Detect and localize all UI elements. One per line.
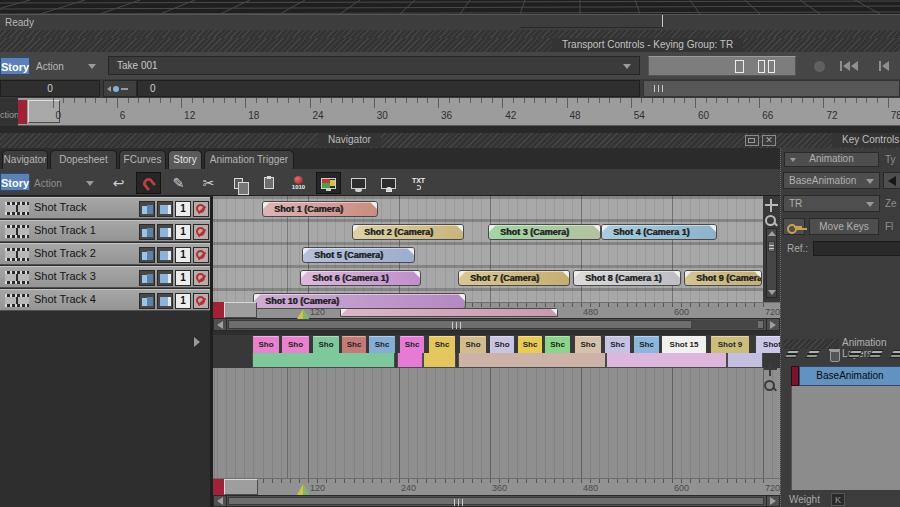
mini-shot-segment[interactable]: Sho	[281, 335, 310, 353]
layers-stack-icon[interactable]	[890, 348, 900, 360]
spinner-arrow-icon[interactable]	[107, 86, 111, 92]
track-row[interactable]: Shot Track 41	[0, 289, 210, 311]
track-ghost-button[interactable]	[193, 224, 209, 240]
story-clip[interactable]: Shot 5 (Camera)	[302, 247, 415, 263]
mini-shot-segment[interactable]: Shc	[633, 335, 660, 353]
clips-vscrollbar[interactable]	[766, 228, 777, 298]
ghost-clip-monitor-icon[interactable]	[376, 172, 401, 194]
show-clip-monitor-icon[interactable]	[346, 172, 371, 194]
base-animation-arrow-icon[interactable]	[866, 179, 874, 184]
tab-navigator[interactable]: Navigator	[2, 150, 48, 169]
frame-value-field[interactable]: 0	[137, 80, 640, 97]
timecode-display-mode-button-a[interactable]	[758, 60, 765, 73]
track-solo-button[interactable]	[139, 270, 155, 286]
story-clip[interactable]: Shot 6 (Camera 1)	[300, 270, 421, 286]
track-mute-button[interactable]	[157, 270, 173, 286]
scroll-left-button[interactable]	[214, 496, 227, 506]
overview-grid-area[interactable]	[213, 368, 780, 478]
track-solo-button[interactable]	[139, 201, 155, 217]
take-dropdown-arrow-icon[interactable]	[623, 64, 631, 69]
track-take-button[interactable]: 1	[175, 201, 191, 217]
hscroll-grip[interactable]	[454, 499, 463, 506]
record-button[interactable]	[814, 61, 825, 72]
timecode-display-mode-button-b[interactable]	[768, 60, 775, 73]
track-take-button[interactable]: 1	[175, 270, 191, 286]
track-take-button[interactable]: 1	[175, 293, 191, 309]
mini-shot-segment[interactable]: Shc	[544, 335, 571, 353]
timeline-zoom-bar[interactable]	[643, 80, 900, 97]
pane-start-marker[interactable]	[213, 302, 224, 318]
clipped-story-clip[interactable]	[340, 308, 558, 317]
shot-overview-pane[interactable]: ShoShoShoShcShcShcShcShoShoShcShcShoShcS…	[213, 335, 780, 507]
text-note-icon[interactable]: TXT	[406, 172, 431, 194]
ref-input[interactable]	[813, 241, 900, 256]
tab-story[interactable]: Story	[168, 150, 202, 169]
action-mode-label[interactable]: Action	[36, 61, 64, 72]
overview-hscrollbar[interactable]	[213, 495, 780, 507]
story-clip[interactable]: Shot 2 (Camera)	[352, 224, 464, 240]
pan-cross-icon[interactable]	[763, 362, 778, 377]
animation-keygroup-button[interactable]: Animation	[784, 152, 879, 167]
copy-icon[interactable]	[226, 172, 251, 194]
vscroll-thumb[interactable]	[768, 241, 775, 252]
story-mode-tab[interactable]: Story	[0, 57, 30, 75]
overview-start-marker[interactable]	[213, 479, 224, 495]
snap-magnet-icon[interactable]	[136, 172, 161, 194]
key-button[interactable]	[783, 218, 805, 235]
base-animation-dropdown[interactable]: BaseAnimation	[783, 172, 880, 189]
mini-shot-segment[interactable]: Shc	[428, 335, 456, 353]
move-keys-button[interactable]: Move Keys	[809, 218, 879, 235]
frame-spinner[interactable]	[103, 80, 137, 97]
tr-dropdown[interactable]: TR	[783, 195, 880, 212]
mini-shot-segment[interactable]: Shc	[517, 335, 543, 353]
story-clip[interactable]: Shot 9 (Camera 2)	[684, 270, 762, 286]
track-mute-button[interactable]	[157, 293, 173, 309]
paste-icon[interactable]	[256, 172, 281, 194]
mini-shot-segment[interactable]: Shc	[341, 335, 367, 353]
story-action-label[interactable]: Action	[34, 178, 62, 189]
zoom-magnifier-icon[interactable]	[763, 379, 777, 393]
track-take-button[interactable]: 1	[175, 224, 191, 240]
previous-frame-button[interactable]	[879, 61, 889, 71]
tab-fcurves[interactable]: FCurves	[119, 150, 166, 169]
mini-shot-segment[interactable]: Sho	[459, 335, 487, 353]
timeline-start-marker[interactable]	[18, 100, 27, 124]
delete-layer-icon[interactable]	[827, 348, 842, 360]
mini-shot-segment[interactable]: Shot 15	[661, 335, 707, 353]
mini-shot-segment[interactable]: Sho	[489, 335, 515, 353]
mini-shot-segment[interactable]: Sho	[574, 335, 602, 353]
scroll-left-icon[interactable]	[217, 497, 223, 505]
spinner-knob-icon[interactable]	[113, 86, 119, 92]
frame-display-mode-button[interactable]	[735, 60, 744, 73]
tab-dopesheet[interactable]: Dopesheet	[50, 150, 117, 169]
scroll-left-icon[interactable]	[217, 321, 223, 329]
duplicate-layer-icon[interactable]	[806, 348, 821, 360]
keygroup-dropdown-arrow-icon[interactable]	[790, 158, 796, 162]
track-row[interactable]: Shot Track 21	[0, 243, 210, 265]
take-selector[interactable]: Take 001	[108, 56, 640, 75]
overview-ruler[interactable]: 120240360480600720	[213, 478, 780, 495]
return-arrow-icon[interactable]: ↩	[106, 172, 131, 194]
clean-layer-icon[interactable]	[848, 348, 863, 360]
mini-shot-segment[interactable]: Shot 16	[755, 335, 780, 353]
track-solo-button[interactable]	[139, 247, 155, 263]
mini-shot-segment[interactable]: Sho	[312, 335, 340, 353]
close-pane-icon[interactable]: ✕	[762, 135, 776, 146]
zoom-magnifier-icon[interactable]	[764, 214, 778, 228]
track-ghost-button[interactable]	[193, 201, 209, 217]
scroll-up-icon[interactable]	[768, 231, 776, 236]
mini-shot-segment[interactable]: Shc	[399, 335, 425, 353]
story-clip[interactable]: Shot 4 (Camera 1)	[601, 224, 717, 240]
go-to-start-button[interactable]	[840, 61, 858, 71]
restore-pane-icon[interactable]	[745, 135, 759, 146]
weight-key-button[interactable]: K	[831, 493, 845, 506]
pane-playhead-thumb[interactable]	[224, 302, 257, 318]
track-row[interactable]: Shot Track 11	[0, 220, 210, 242]
mini-shot-segment[interactable]: Sho	[252, 335, 280, 353]
layer-list[interactable]	[791, 386, 900, 490]
track-solo-button[interactable]	[139, 224, 155, 240]
story-chip[interactable]: Story	[0, 173, 30, 191]
mini-shot-segment[interactable]: Shot 9	[710, 335, 750, 353]
razor-edit-icon[interactable]: ✎	[166, 172, 191, 194]
track-take-button[interactable]: 1	[175, 247, 191, 263]
